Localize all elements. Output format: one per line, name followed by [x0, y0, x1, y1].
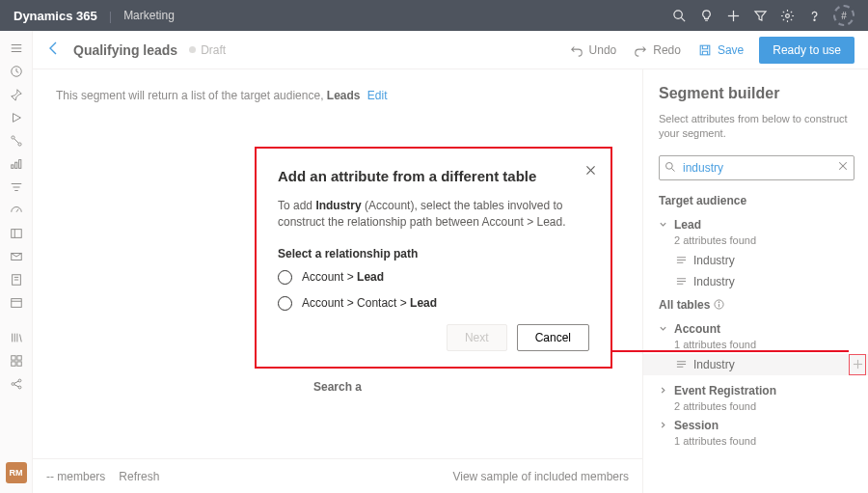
add-attribute-dialog: Add an attribute from a different table … — [255, 147, 612, 369]
callout-line — [610, 350, 849, 352]
dialog-footer: Next Cancel — [278, 324, 589, 351]
path-label: Select a relationship path — [278, 247, 589, 260]
path-option-1[interactable]: Account > Lead — [278, 270, 589, 285]
path-option-2[interactable]: Account > Contact > Lead — [278, 296, 589, 311]
dialog-title: Add an attribute from a different table — [278, 168, 589, 184]
next-button: Next — [447, 324, 507, 351]
cancel-button[interactable]: Cancel — [517, 324, 589, 351]
close-icon[interactable] — [584, 164, 597, 179]
dialog-body: To add Industry (Account), select the ta… — [278, 198, 589, 232]
radio-icon — [278, 296, 292, 311]
radio-icon — [278, 270, 292, 285]
